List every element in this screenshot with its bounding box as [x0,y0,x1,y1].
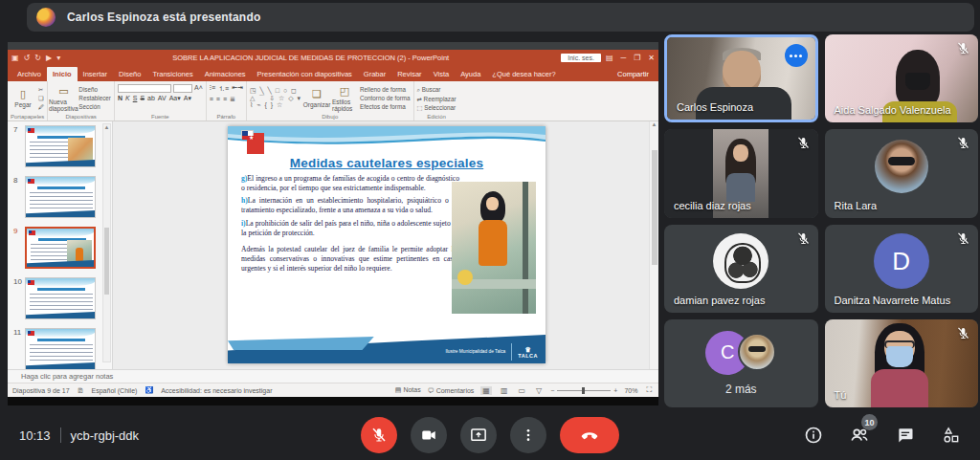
numbering-button[interactable]: ⒈≡ [218,84,229,94]
font-size-select[interactable] [173,84,192,93]
slideshow-icon[interactable]: ▶ [46,54,52,62]
find-button[interactable]: ⌕ Buscar [417,86,457,94]
char-spacing-button[interactable]: AV [158,95,167,102]
slide-sorter-icon[interactable]: ▥ [499,386,510,395]
tile-carlos-espinoza[interactable]: Carlos Espinoza [664,34,818,122]
hangup-button[interactable] [560,417,619,453]
reset-button[interactable]: Restablecer [78,95,111,101]
tile-cecilia-diaz[interactable]: cecilia diaz rojas [664,129,818,217]
tab-grabar[interactable]: Grabar [358,67,391,81]
align-left-button[interactable]: ≡ [210,96,213,103]
present-button[interactable] [460,417,497,453]
tile-rita-lara[interactable]: Rita Lara [825,129,979,217]
tab-ayuda[interactable]: Ayuda [455,67,486,81]
accessibility-label[interactable]: Accesibilidad: es necesario investigar [161,387,272,394]
font-color-button[interactable]: A▾ [184,95,191,102]
comments-toggle[interactable]: 🗩 Comentarios [428,387,475,394]
undo-icon[interactable]: ↺ [24,54,31,62]
avatar-letter: D [874,233,929,289]
indent-button[interactable]: ⇤⇥ [232,84,243,94]
mic-toggle-button[interactable] [361,417,397,453]
qat-dropdown-icon[interactable]: ▾ [56,54,60,62]
tab-insertar[interactable]: Insertar [78,67,113,81]
notes-pane[interactable]: Haga clic para agregar notas [8,369,658,383]
shapes-gallery[interactable]: ◳ ╲ ╲ □ ○ ◻△ ⌒ ⇩ ☆ ◇ ▾⌇ ⌁ { } ☆ [250,87,301,109]
ppt-share-button[interactable]: Compartir [612,67,655,81]
slide-thumbnail-11[interactable] [25,328,96,369]
shadow-button[interactable]: ab [147,95,155,102]
language-label[interactable]: Español (Chile) [92,387,138,394]
align-right-button[interactable]: ≡ [223,96,227,103]
shape-effects-button[interactable]: Efectos de forma [360,103,411,110]
reading-view-icon[interactable]: ▭ [516,386,527,395]
tab-revisar[interactable]: Revisar [391,67,427,81]
tile-damian-pavez[interactable]: damian pavez rojas [664,225,818,313]
slide-thumbnail-9-selected[interactable] [25,227,96,269]
quick-styles-button[interactable]: ◰ Estilos rápidos [332,85,357,112]
tab-vista[interactable]: Vista [428,67,456,81]
ribbon-display-icon[interactable]: ▤ [606,54,613,62]
more-options-icon[interactable] [785,44,808,67]
slideshow-view-icon[interactable]: ▽ [534,386,544,395]
strikethrough-button[interactable]: S [140,95,145,102]
replace-button[interactable]: ⇄ Reemplazar [417,96,457,102]
tile-danitza-navarrete[interactable]: D Danitza Navarrete Matus [825,225,979,313]
close-icon[interactable]: ✕ [648,54,655,62]
notes-toggle[interactable]: ▤ Notas [395,386,421,394]
minimize-icon[interactable]: ─ [620,54,626,62]
spellcheck-icon[interactable]: 🖹 [78,387,84,394]
current-slide[interactable]: ★ Medidas cautelares especiales g)El ing… [228,126,546,363]
camera-toggle-button[interactable] [411,417,447,453]
zoom-percent[interactable]: 70% [624,387,637,394]
avatar-photo [738,333,776,371]
justify-button[interactable]: ≣ [230,96,235,103]
powerpoint-window: ▣ ↺ ↻ ▶ ▾ SOBRE LA APLICACION JUDICIAL D… [8,50,658,397]
zoom-slider[interactable]: −+ [550,387,617,394]
tab-search[interactable]: ¿Qué desea hacer? [486,67,561,81]
fit-slide-icon[interactable]: ⛶ [644,385,654,395]
thumbnail-scrollbar[interactable]: ▲ [102,123,111,362]
copy-icon[interactable]: ❏ [38,95,44,101]
chat-button[interactable] [894,424,917,447]
tab-transiciones[interactable]: Transiciones [146,67,198,81]
normal-view-icon[interactable]: ▦ [480,386,492,395]
arrange-button[interactable]: ❏ Organizar [304,88,329,108]
layout-button[interactable]: Diseño [78,86,111,93]
case-button[interactable]: Aa▾ [169,95,181,102]
redo-icon[interactable]: ↻ [34,54,41,62]
italic-button[interactable]: K [125,95,130,102]
maximize-icon[interactable]: ❐ [634,54,640,62]
canvas-scrollbar[interactable]: ▲ [649,121,658,369]
meeting-details-button[interactable] [802,424,825,447]
tile-self[interactable]: Tú [825,319,979,407]
tab-presentacion[interactable]: Presentación con diapositivas [252,67,358,81]
align-center-button[interactable]: ≡ [216,96,220,103]
activities-button[interactable] [940,424,963,447]
slide-thumbnail-8[interactable] [25,176,96,218]
shape-fill-button[interactable]: Relleno de forma [360,86,411,93]
paste-button[interactable]: ▯ Pegar [11,88,35,108]
signin-button[interactable]: Inic. ses. [561,54,601,62]
tile-overflow-group[interactable]: C 2 más [664,319,818,407]
participants-button[interactable]: 10 [848,424,871,447]
underline-button[interactable]: S [133,95,138,102]
select-button[interactable]: ⬚ Seleccionar [417,104,457,111]
tab-diseno[interactable]: Diseño [113,67,146,81]
save-icon[interactable]: ▣ [11,54,19,62]
tile-aida-salgado[interactable]: Aida Salgado Valenzuela [825,34,979,122]
font-name-select[interactable] [118,84,171,93]
shape-outline-button[interactable]: Contorno de forma [360,95,411,101]
bold-button[interactable]: N [118,95,122,102]
bullets-button[interactable]: ⁝≡ [210,84,215,94]
tab-inicio[interactable]: Inicio [47,67,78,81]
slide-thumbnail-7[interactable] [25,125,96,167]
new-slide-button[interactable]: ▭ Nueva diapositiva [51,85,76,112]
cut-icon[interactable]: ✂ [38,86,44,93]
more-options-button[interactable] [510,417,546,453]
grow-font-icon[interactable]: A˄ [194,84,203,93]
format-painter-icon[interactable]: 🖉 [38,103,44,110]
slide-thumbnail-10[interactable] [25,277,96,319]
tab-archivo[interactable]: Archivo [11,67,47,81]
tab-animaciones[interactable]: Animaciones [199,67,252,81]
section-button[interactable]: Sección [78,103,111,110]
